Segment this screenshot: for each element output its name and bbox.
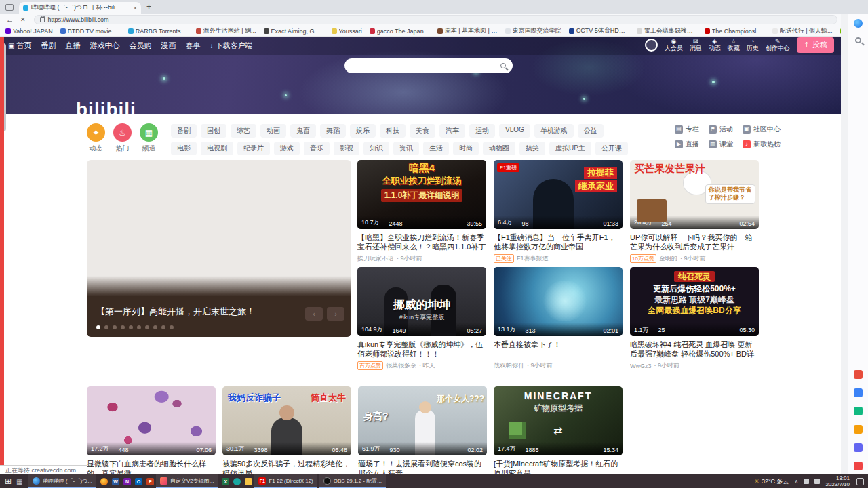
category-pill[interactable]: 公益 xyxy=(578,124,604,138)
new-tab-button[interactable]: + xyxy=(146,2,151,12)
category-pill[interactable]: 动物圈 xyxy=(483,142,515,155)
flame-circle-icon[interactable]: ♨ xyxy=(113,123,132,142)
video-meta[interactable]: 百万点赞很菜很多余昨天 xyxy=(357,361,486,370)
category-pill[interactable]: 虚拟UP主 xyxy=(549,142,591,155)
video-card[interactable]: 身高? 那个女人??? 61.9万93002:02 砸场了！！去漫展看到随便穿c… xyxy=(358,386,487,474)
link-articles[interactable]: ▤专栏 xyxy=(675,125,699,134)
nav-creator-center[interactable]: ✎创作中心 xyxy=(766,39,790,52)
carousel-dot[interactable] xyxy=(113,325,117,329)
category-pill[interactable]: 生活 xyxy=(423,142,449,155)
video-title[interactable]: 砸场了！！去漫展看到随便穿cos装的那个女人狂奔 xyxy=(358,459,487,474)
category-pill[interactable]: 资讯 xyxy=(393,142,419,155)
video-card[interactable]: 我妈反诈骗子 简直太牛 30.1万339805:48 被骗50多次反诈骗子，过程… xyxy=(222,386,351,474)
carousel-dot[interactable] xyxy=(137,325,141,329)
category-pill[interactable]: 番剧 xyxy=(171,124,197,138)
category-pill[interactable]: 知识 xyxy=(363,142,389,155)
firefox-icon[interactable] xyxy=(100,478,108,485)
category-pill[interactable]: 单机游戏 xyxy=(534,124,574,138)
site-nav-download-client[interactable]: ↓下载客户端 xyxy=(210,41,252,51)
video-thumbnail[interactable]: 我妈反诈骗子 简直太牛 30.1万339805:48 xyxy=(222,386,351,455)
video-thumbnail[interactable]: MINECRAFT 矿物原型考据 17.4万188515:34 xyxy=(494,386,623,455)
carousel-dot[interactable] xyxy=(121,325,125,329)
clock[interactable]: 18:01 2023/7/10 xyxy=(825,475,850,487)
video-meta[interactable]: 战双帕弥什9小时前 xyxy=(494,361,623,370)
video-title[interactable]: 暗黑破坏神4 纯召死灵 血爆召唤 更新后最强7巅峰盘 轻松爆伤500%+ BD详… xyxy=(630,340,759,359)
carousel-dot[interactable] xyxy=(161,325,165,329)
tab-close-icon[interactable]: × xyxy=(134,5,137,12)
site-nav-anime[interactable]: 番剧 xyxy=(41,41,56,51)
site-nav-manga[interactable]: 漫画 xyxy=(161,41,176,51)
promo-carousel[interactable]: 【第一序列】高能开播，开启末世之旅！ ‹ › xyxy=(87,160,351,337)
category-pill[interactable]: 鬼畜 xyxy=(290,124,316,138)
sidebar-app-icon[interactable] xyxy=(854,388,863,397)
network-icon[interactable] xyxy=(804,479,809,484)
bookmark-item[interactable]: Yahoo! JAPAN xyxy=(5,28,53,35)
page-scrollbar[interactable] xyxy=(841,14,848,474)
teal-app-icon[interactable] xyxy=(233,478,241,485)
category-pill[interactable]: 游戏 xyxy=(274,142,300,155)
carousel-dot[interactable] xyxy=(170,325,174,329)
link-live[interactable]: ▶直播 xyxy=(675,140,699,149)
bookmark-item[interactable]: 周本 | 基本地図 | 第... xyxy=(437,26,498,35)
quick-hot[interactable]: ♨热门 xyxy=(113,123,132,153)
word-icon[interactable]: W xyxy=(112,478,119,485)
taskbar-window-f1[interactable]: F1 F1 22 (DirectX 12) xyxy=(254,474,317,488)
video-thumbnail[interactable]: 买芒果发芒果汁 你说是帮我节省了榨汁步骤？ 26.4万25402:54 xyxy=(630,160,759,229)
category-pill[interactable]: 运动 xyxy=(469,124,495,138)
video-card[interactable]: 17.2万44807:06 显微镜下白血病患者的细胞长什么样的，真实显微 xyxy=(87,386,216,474)
carousel-title[interactable]: 【第一序列】高能开播，开启末世之旅！ xyxy=(96,306,255,318)
task-view-button[interactable]: ▦ xyxy=(16,478,22,485)
bilibili-logo[interactable]: bilibili xyxy=(76,99,136,114)
bookmark-item[interactable]: RARBG Torrents, fil... xyxy=(128,28,189,35)
nav-feed[interactable]: ◈动态 xyxy=(709,39,721,52)
video-title[interactable]: 【F1重磅消息】当一位车手离开F1，他将掌控数万亿的商业帝国 xyxy=(494,232,623,252)
video-title[interactable]: 真ikun专享完整版《挪威的坤坤》，伍佰老师都说改得好！！！ xyxy=(357,340,486,359)
category-pill[interactable]: 舞蹈 xyxy=(320,124,346,138)
nav-favorites[interactable]: ☆收藏 xyxy=(728,39,740,52)
category-pill[interactable]: 电影 xyxy=(171,142,197,155)
video-title[interactable]: 【暗黑】全职业挨刀烂到流汤！新赛季宝石还补偿回来么！？暗黑四1.1.0补丁详细说… xyxy=(357,232,486,252)
sidebar-app-icon[interactable] xyxy=(854,370,863,379)
sidebar-app-icon[interactable] xyxy=(854,407,863,415)
search-icon[interactable] xyxy=(500,63,506,68)
video-thumbnail[interactable]: 挪威的坤坤 #ikun专享完整版 104.9万164905:27 xyxy=(357,267,486,336)
tray-overflow-chevron[interactable]: ∧ xyxy=(795,479,799,485)
video-title[interactable]: 本番直接被拿下了！ xyxy=(494,340,623,359)
url-text[interactable]: https://www.bilibili.com xyxy=(48,16,109,23)
category-pill[interactable]: 娱乐 xyxy=(350,124,376,138)
category-pill[interactable]: 综艺 xyxy=(231,124,256,138)
video-card[interactable]: 买芒果发芒果汁 你说是帮我节省了榨汁步骤？ 26.4万25402:54 UP你可… xyxy=(630,160,759,267)
site-nav-game-center[interactable]: 游戏中心 xyxy=(90,41,119,51)
search-input[interactable] xyxy=(344,58,513,73)
onenote-icon[interactable]: N xyxy=(123,478,131,485)
video-title[interactable]: 被骗50多次反诈骗子，过程精彩绝伦，模仿设局， xyxy=(222,459,351,474)
category-pill[interactable]: 公开课 xyxy=(595,142,628,155)
category-pill[interactable]: 音乐 xyxy=(304,142,330,155)
sidebar-search-icon[interactable] xyxy=(855,37,861,43)
stop-button[interactable]: ✕ xyxy=(20,16,26,23)
category-pill[interactable]: 美食 xyxy=(410,124,435,138)
quick-channels[interactable]: ▦频道 xyxy=(140,123,158,153)
taskbar-window-edge[interactable]: 哔哩哔哩 (゜-゜)つ... xyxy=(28,474,96,488)
category-pill[interactable]: 汽车 xyxy=(439,124,465,138)
video-card[interactable]: F1重磅 拉提菲 继承家业 6.4万9801:33 【F1重磅消息】当一位车手离… xyxy=(494,160,623,267)
video-meta[interactable]: WwGz39小时前 xyxy=(630,361,759,370)
bookmark-item[interactable]: 電工会議事録検索... xyxy=(637,26,697,35)
weather-widget[interactable]: ☀32°C 多云 xyxy=(754,477,789,486)
category-pill[interactable]: 动画 xyxy=(260,124,286,138)
carousel-prev-button[interactable]: ‹ xyxy=(305,307,323,321)
category-pill[interactable]: 时尚 xyxy=(453,142,479,155)
video-thumbnail[interactable]: 13.1万31302:01 xyxy=(494,267,623,336)
link-community-center[interactable]: ▣社区中心 xyxy=(743,125,781,134)
browser-tab[interactable]: 哔哩哔哩 (゜-゜)つロ 干杯~-bili... × xyxy=(19,2,141,14)
video-thumbnail[interactable]: 暗黑4 全职业挨刀烂到流汤 1.1.0补丁最详细说明 10.7万244839:5… xyxy=(357,160,486,229)
category-pill[interactable]: 搞笑 xyxy=(519,142,545,155)
bookmark-item[interactable]: Exact Aiming, Game... xyxy=(264,28,324,35)
video-card[interactable]: 暗黑4 全职业挨刀烂到流汤 1.1.0补丁最详细说明 10.7万244839:5… xyxy=(357,160,486,267)
back-button[interactable]: ← xyxy=(6,16,14,24)
carousel-dot[interactable] xyxy=(104,325,108,329)
nav-vip[interactable]: ◉大会员 xyxy=(665,39,683,52)
powerpoint-icon[interactable]: P xyxy=(146,478,154,485)
bookmark-item[interactable]: 海外生活网站 | 網... xyxy=(196,26,256,35)
carousel-dot[interactable] xyxy=(145,325,149,329)
